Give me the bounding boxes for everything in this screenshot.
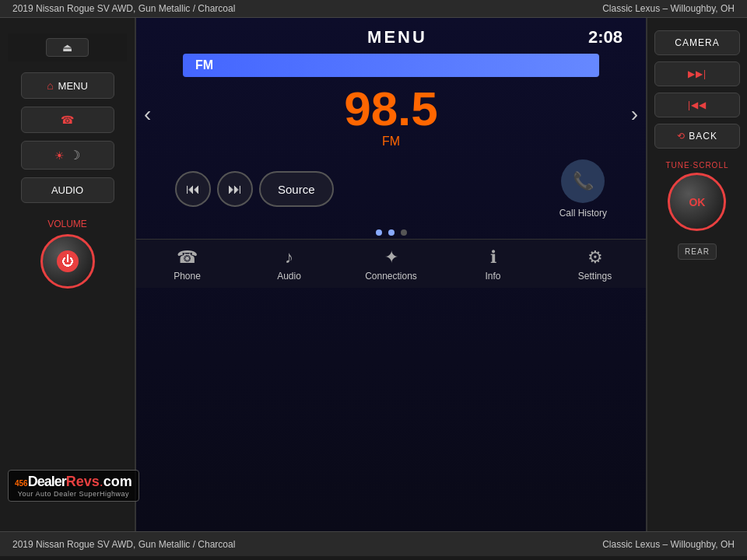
top-bar-left: 2019 Nissan Rogue SV AWD, Gun Metallic /… xyxy=(12,3,235,14)
nav-arrow-left[interactable]: ‹ xyxy=(144,102,151,127)
camera-button[interactable]: CAMERA xyxy=(654,30,740,55)
nav-item-settings[interactable]: ⚙ Settings xyxy=(564,247,626,282)
phone-nav-label: Phone xyxy=(174,271,201,282)
frequency-display: 98.5 FM ‹ › xyxy=(136,77,646,152)
left-panel: ⏏ ⌂ MENU ☎ ☀ ☽ AUDIO VOLUME ⏻ xyxy=(0,18,136,531)
fm-label: FM xyxy=(195,58,213,72)
wm-tagline: Your Auto Dealer SuperHighway xyxy=(18,490,129,498)
tune-knob[interactable]: OK xyxy=(668,173,726,231)
volume-knob[interactable]: ⏻ xyxy=(40,234,95,289)
dot-2 xyxy=(388,229,395,236)
frequency-unit: FM xyxy=(136,135,646,149)
call-history-area: 📞 Call History xyxy=(559,159,607,219)
watermark: 456 DealerRevs.com Your Auto Dealer Supe… xyxy=(8,470,139,502)
settings-nav-icon: ⚙ xyxy=(587,247,603,268)
rewind-button[interactable]: ⏮ xyxy=(175,171,211,207)
bottom-nav: ☎ Phone ♪ Audio ✦ Connections ℹ Info ⚙ xyxy=(136,239,646,288)
skip-forward-icon: ▶▶| xyxy=(688,68,707,79)
frequency-number: 98.5 xyxy=(136,85,646,133)
nav-item-phone[interactable]: ☎ Phone xyxy=(156,247,219,282)
watermark-logo: 456 DealerRevs.com xyxy=(15,474,132,490)
back-button[interactable]: ⟲ BACK xyxy=(654,124,740,149)
right-panel: CAMERA ▶▶| |◀◀ ⟲ BACK TUNE·SCROLL OK REA… xyxy=(646,18,747,531)
bottom-bar: 2019 Nissan Rogue SV AWD, Gun Metallic /… xyxy=(0,531,747,556)
nav-arrow-right[interactable]: › xyxy=(631,102,638,127)
top-bar-right: Classic Lexus – Willoughby, OH xyxy=(602,3,735,14)
skip-back-button[interactable]: |◀◀ xyxy=(654,93,740,117)
main-container: ⏏ ⌂ MENU ☎ ☀ ☽ AUDIO VOLUME ⏻ xyxy=(0,18,747,531)
info-nav-label: Info xyxy=(485,271,500,282)
audio-nav-label: Audio xyxy=(277,271,301,282)
power-icon: ⏻ xyxy=(61,254,74,268)
menu-button[interactable]: ⌂ MENU xyxy=(21,72,114,99)
connections-nav-label: Connections xyxy=(365,271,417,282)
call-history-label: Call History xyxy=(559,208,607,219)
rear-button[interactable]: REAR xyxy=(678,243,717,260)
skip-back-icon: |◀◀ xyxy=(688,100,707,110)
bottom-bar-right: Classic Lexus – Willoughby, OH xyxy=(602,539,735,550)
audio-nav-icon: ♪ xyxy=(285,247,293,268)
fm-bar: FM xyxy=(183,54,599,77)
volume-label: VOLUME xyxy=(47,219,87,229)
media-controls: ⏮ ⏭ Source xyxy=(175,171,334,207)
eject-button[interactable]: ⏏ xyxy=(46,38,89,57)
fast-forward-button[interactable]: ⏭ xyxy=(217,171,253,207)
center-screen: MENU 2:08 FM 98.5 FM ‹ › ⏮ ⏭ xyxy=(136,18,646,531)
back-icon: ⟲ xyxy=(677,131,686,142)
phone-icon: ☎ xyxy=(61,114,74,126)
power-button[interactable]: ⏻ xyxy=(57,250,79,272)
home-icon: ⌂ xyxy=(47,79,53,92)
nav-item-info[interactable]: ℹ Info xyxy=(462,247,524,282)
volume-knob-area: VOLUME ⏻ xyxy=(40,219,95,289)
tune-label: TUNE·SCROLL xyxy=(665,161,728,170)
ok-label: OK xyxy=(689,196,705,208)
dot-3 xyxy=(401,229,407,236)
tune-knob-area: TUNE·SCROLL OK xyxy=(665,161,728,231)
watermark-box: 456 DealerRevs.com Your Auto Dealer Supe… xyxy=(8,470,139,502)
bluetooth-nav-icon: ✦ xyxy=(384,247,398,268)
nav-item-connections[interactable]: ✦ Connections xyxy=(360,247,423,282)
skip-forward-button[interactable]: ▶▶| xyxy=(654,61,740,86)
wm-revs-text: Revs xyxy=(66,474,100,490)
screen-header: MENU 2:08 xyxy=(136,18,646,54)
brightness-icon: ☀ xyxy=(54,149,65,162)
source-button[interactable]: Source xyxy=(259,171,334,207)
screen-content: MENU 2:08 FM 98.5 FM ‹ › ⏮ ⏭ xyxy=(136,18,646,531)
dots-row xyxy=(136,229,646,236)
settings-nav-label: Settings xyxy=(578,271,612,282)
phone-nav-icon: ☎ xyxy=(177,247,198,268)
screen-title: MENU xyxy=(367,27,427,47)
audio-button[interactable]: AUDIO xyxy=(21,177,114,203)
info-nav-icon: ℹ xyxy=(490,247,496,268)
call-phone-icon: 📞 xyxy=(573,171,594,191)
wm-dealer-text: Dealer xyxy=(28,474,66,490)
eject-area: ⏏ xyxy=(8,33,127,61)
bottom-bar-left: 2019 Nissan Rogue SV AWD, Gun Metallic /… xyxy=(12,539,235,550)
moon-icon: ☽ xyxy=(69,148,80,163)
top-bar: 2019 Nissan Rogue SV AWD, Gun Metallic /… xyxy=(0,0,747,18)
wm-com-text: com xyxy=(103,474,132,490)
light-button[interactable]: ☀ ☽ xyxy=(21,141,114,170)
screen-time: 2:08 xyxy=(588,27,622,47)
phone-button[interactable]: ☎ xyxy=(21,107,114,133)
wm-numbers: 456 xyxy=(15,479,28,488)
dot-1 xyxy=(376,229,382,236)
call-icon[interactable]: 📞 xyxy=(561,159,605,203)
controls-row: ⏮ ⏭ Source 📞 Call History xyxy=(136,152,646,226)
nav-item-audio[interactable]: ♪ Audio xyxy=(258,247,321,282)
